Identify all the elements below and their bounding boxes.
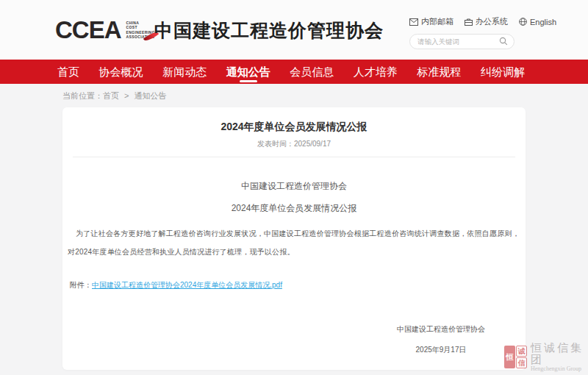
nav-item-label: 通知公告 xyxy=(226,65,270,78)
breadcrumb-prefix: 当前位置： xyxy=(62,91,103,100)
nav-item[interactable]: 纠纷调解 xyxy=(481,60,525,84)
attachment-label: 附件： xyxy=(70,281,92,289)
breadcrumb: 当前位置：首页 > 通知公告 xyxy=(62,84,167,107)
nav-item[interactable]: 新闻动态 xyxy=(162,60,207,84)
nav-item-label: 人才培养 xyxy=(354,65,398,78)
briefcase-icon xyxy=(465,18,473,26)
document-heading-org: 中国建设工程造价管理协会 xyxy=(62,181,526,191)
signature-block: 中国建设工程造价管理协会 2025年9月17日 xyxy=(397,324,485,355)
attachment-link[interactable]: 中国建设工程造价管理协会2024年度单位会员发展情况.pdf xyxy=(92,281,282,289)
quick-links: 内部邮箱 办公系统 English xyxy=(409,16,556,27)
quick-link-english[interactable]: English xyxy=(519,18,556,26)
breadcrumb-current-link[interactable]: 通知公告 xyxy=(135,91,167,100)
mail-icon xyxy=(409,18,418,26)
quick-link-office-system[interactable]: 办公系统 xyxy=(465,16,508,27)
document-paragraph: 为了让社会各方更好地了解工程造价咨询行业发展状况，中国建设工程造价管理协会根据工… xyxy=(68,224,520,261)
site-logo[interactable]: CCEA CHINACOSTENGINEERINGASSOCIATION xyxy=(55,18,155,42)
signature-date: 2025年9月17日 xyxy=(397,345,485,355)
nav-item-label: 首页 xyxy=(57,65,79,78)
publish-date: 发表时间：2025/09/17 xyxy=(62,140,526,148)
quick-link-label: 办公系统 xyxy=(476,16,508,27)
watermark-name-en: Hengchengxin Group xyxy=(531,365,588,372)
search-icon[interactable] xyxy=(499,35,508,49)
nav-item[interactable]: 首页 xyxy=(57,60,79,84)
search-input[interactable] xyxy=(417,38,499,46)
nav-item[interactable]: 标准规程 xyxy=(417,60,461,84)
nav-item-label: 新闻动态 xyxy=(162,65,207,78)
site-header: CCEA CHINACOSTENGINEERINGASSOCIATION 中国建… xyxy=(0,0,588,60)
breadcrumb-separator: > xyxy=(124,91,129,100)
document-heading-title: 2024年度单位会员发展情况公报 xyxy=(62,203,526,213)
hengchengxin-watermark: 恒 诚 信 恒诚信集团 Hengchengxin Group xyxy=(504,342,588,372)
logo-acronym: CCEA xyxy=(55,18,121,42)
nav-item[interactable]: 人才培养 xyxy=(354,60,398,84)
nav-item[interactable]: 协会概况 xyxy=(99,60,143,84)
globe-icon xyxy=(519,18,527,26)
quick-link-internal-mail[interactable]: 内部邮箱 xyxy=(409,16,453,27)
search-box xyxy=(409,34,514,49)
attachment-row: 附件：中国建设工程造价管理协会2024年度单位会员发展情况.pdf xyxy=(70,280,526,290)
title-divider xyxy=(73,157,515,157)
nav-item[interactable]: 会员信息 xyxy=(290,60,334,84)
nav-item-label: 标准规程 xyxy=(417,65,461,78)
site-title: 中国建设工程造价管理协会 xyxy=(154,18,384,43)
hengchengxin-logo-icon: 恒 诚 信 xyxy=(504,346,527,368)
breadcrumb-home-link[interactable]: 首页 xyxy=(103,91,119,100)
article-card: 2024年度单位会员发展情况公报 发表时间：2025/09/17 中国建设工程造… xyxy=(62,107,526,370)
nav-item-label: 纠纷调解 xyxy=(481,65,525,78)
nav-item-label: 会员信息 xyxy=(290,65,334,78)
article-title: 2024年度单位会员发展情况公报 xyxy=(62,121,526,132)
nav-item-label: 协会概况 xyxy=(99,65,143,78)
page: CCEA CHINACOSTENGINEERINGASSOCIATION 中国建… xyxy=(0,0,588,375)
nav-item[interactable]: 通知公告 xyxy=(226,60,270,84)
quick-link-label: English xyxy=(530,18,556,26)
signature-org: 中国建设工程造价管理协会 xyxy=(397,324,485,335)
quick-link-label: 内部邮箱 xyxy=(421,16,453,27)
watermark-name-cn: 恒诚信集团 xyxy=(531,342,588,365)
main-nav: 首页 协会概况 新闻动态 通知公告 会员信息 人才培养 标准规程 纠纷调解 xyxy=(0,60,588,84)
